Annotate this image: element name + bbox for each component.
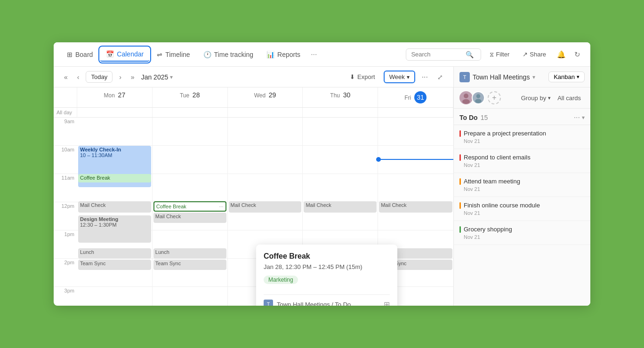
time-11am: 11am bbox=[54, 174, 77, 202]
time-9am: 9am bbox=[54, 118, 77, 146]
tab-board[interactable]: ⊞ Board bbox=[61, 48, 98, 61]
notifications-icon[interactable]: 🔔 bbox=[555, 48, 568, 61]
time-1pm: 1pm bbox=[54, 230, 77, 259]
workspace-dropdown-icon[interactable]: ▾ bbox=[532, 74, 535, 80]
timeline-icon: ⇌ bbox=[157, 51, 162, 58]
todo-text-5: Grocery shopping bbox=[464, 226, 512, 233]
week-button[interactable]: Week ▾ bbox=[384, 71, 415, 83]
filter-button[interactable]: ⧖ Filter bbox=[485, 48, 514, 61]
download-icon: ⬇ bbox=[350, 73, 355, 80]
workspace-icon: T bbox=[264, 300, 273, 306]
tab-reports[interactable]: 📊 Reports bbox=[261, 48, 306, 61]
popup-workspace: T Town Hall Meetings / To Do ⊞ bbox=[264, 300, 390, 306]
nav-double-forward[interactable]: » bbox=[128, 72, 137, 82]
day-header-tue: Tue 28 bbox=[153, 87, 228, 107]
event-design-meeting[interactable]: Design Meeting12:30 – 1:30PM bbox=[78, 215, 151, 243]
todo-item-title-4: Finish online course module bbox=[459, 202, 585, 209]
event-mail-check-wed[interactable]: Mail Check bbox=[229, 201, 302, 213]
main-content: « ‹ Today › » Jan 2025 ▾ ⬇ Export Week ▾ bbox=[54, 67, 590, 306]
nav-back[interactable]: ‹ bbox=[74, 72, 82, 82]
todo-text-2: Respond to client emails bbox=[464, 154, 531, 161]
expand-button[interactable]: ⤢ bbox=[435, 72, 446, 82]
event-lunch-tue[interactable]: Lunch bbox=[153, 248, 226, 259]
todo-item-title-3: Attend team meeting bbox=[459, 178, 585, 185]
right-sidebar: T Town Hall Meetings ▾ Kanban ▾ bbox=[454, 67, 590, 306]
search-input[interactable] bbox=[411, 51, 463, 58]
list-item[interactable]: Prepare a project presentation Nov 21 bbox=[454, 125, 590, 149]
today-button[interactable]: Today bbox=[86, 71, 113, 83]
week-dropdown-icon: ▾ bbox=[407, 74, 410, 80]
day-num-mon: 27 bbox=[118, 91, 126, 99]
month-dropdown-icon: ▾ bbox=[170, 74, 173, 80]
avatar-user1[interactable] bbox=[459, 91, 473, 104]
day-num-tue: 28 bbox=[193, 91, 200, 99]
refresh-icon[interactable]: ↻ bbox=[572, 48, 583, 61]
more-tabs-button[interactable]: ··· bbox=[308, 47, 320, 62]
tab-time-tracking[interactable]: 🕐 Time tracking bbox=[198, 48, 259, 61]
allday-label: All day bbox=[54, 108, 77, 117]
priority-bar-2 bbox=[459, 154, 461, 161]
list-item[interactable]: Finish online course module Nov 21 bbox=[454, 197, 590, 221]
day-header-fri: Fri 31 bbox=[378, 87, 453, 107]
nav-double-back[interactable]: « bbox=[61, 72, 71, 82]
user-avatar-img bbox=[459, 91, 473, 104]
todo-item-title-1: Prepare a project presentation bbox=[459, 130, 585, 137]
event-popup: Coffee Break Jan 28, 12:30 PM – 12:45 PM… bbox=[256, 245, 397, 306]
month-label[interactable]: Jan 2025 ▾ bbox=[141, 73, 173, 81]
todo-date-5: Nov 21 bbox=[459, 234, 585, 240]
event-mail-check-thu[interactable]: Mail Check bbox=[304, 201, 377, 213]
group-by-dropdown-icon: ▾ bbox=[548, 95, 551, 101]
popup-tag[interactable]: Marketing bbox=[264, 276, 298, 284]
popup-title: Coffee Break bbox=[264, 252, 390, 261]
todo-collapse-icon[interactable]: ▾ bbox=[582, 114, 585, 121]
cal-toolbar-right: ⬇ Export Week ▾ ··· ⤢ bbox=[345, 71, 446, 83]
todo-item-title-5: Grocery shopping bbox=[459, 226, 585, 233]
kanban-button[interactable]: Kanban ▾ bbox=[548, 71, 585, 82]
add-member-button[interactable]: + bbox=[488, 91, 501, 104]
time-2pm: 2pm bbox=[54, 259, 77, 287]
day-short-mon: Mon bbox=[104, 92, 115, 99]
svg-point-0 bbox=[464, 94, 468, 98]
filter-icon: ⧖ bbox=[490, 51, 494, 58]
popup-bookmark-icon[interactable]: ⊞ bbox=[384, 300, 390, 306]
group-by-label: Group by bbox=[521, 95, 546, 102]
week-label: Week bbox=[389, 73, 405, 80]
todo-count: 15 bbox=[481, 114, 488, 121]
export-label: Export bbox=[357, 73, 375, 80]
event-mail-check-mon[interactable]: Mail Check bbox=[78, 201, 151, 213]
tab-calendar-label: Calendar bbox=[117, 50, 144, 58]
all-cards-button[interactable]: All cards bbox=[554, 93, 585, 103]
event-team-sync-mon[interactable]: Team Sync bbox=[78, 260, 151, 270]
filter-label: Filter bbox=[496, 51, 509, 58]
share-button[interactable]: ↗ Share bbox=[518, 48, 551, 60]
day-num-fri: 31 bbox=[414, 91, 427, 103]
list-item[interactable]: Respond to client emails Nov 21 bbox=[454, 149, 590, 173]
search-box[interactable]: 🔍 bbox=[406, 48, 481, 61]
event-team-sync-tue[interactable]: Team Sync bbox=[153, 260, 226, 270]
calendar-more-button[interactable]: ··· bbox=[419, 71, 431, 83]
todo-text-1: Prepare a project presentation bbox=[464, 130, 546, 137]
nav-forward[interactable]: › bbox=[116, 72, 124, 82]
tab-calendar[interactable]: 📅 Calendar bbox=[100, 47, 149, 62]
time-grid: 9am 10am 11am 12pm 1pm 2pm 3pm 4pm Weekl… bbox=[54, 118, 453, 306]
svg-point-3 bbox=[475, 99, 482, 103]
event-coffee-break-tue[interactable]: Coffee Break··· bbox=[153, 201, 226, 212]
time-10am: 10am bbox=[54, 146, 77, 174]
todo-date-1: Nov 21 bbox=[459, 138, 585, 144]
search-icon: 🔍 bbox=[466, 51, 474, 58]
todo-text-3: Attend team meeting bbox=[464, 178, 520, 185]
avatar-user2[interactable] bbox=[472, 91, 485, 104]
event-coffee-break-mon[interactable]: Coffee Break bbox=[78, 174, 151, 182]
list-item[interactable]: Attend team meeting Nov 21 bbox=[454, 173, 590, 197]
list-item[interactable]: Grocery shopping Nov 21 bbox=[454, 221, 590, 245]
todo-more-button[interactable]: ··· bbox=[574, 113, 580, 122]
group-by-button[interactable]: Group by ▾ bbox=[521, 95, 551, 102]
tab-timeline[interactable]: ⇌ Timeline bbox=[151, 48, 195, 61]
allday-cell-thu bbox=[303, 108, 378, 117]
todo-date-4: Nov 21 bbox=[459, 210, 585, 216]
export-button[interactable]: ⬇ Export bbox=[345, 71, 380, 82]
event-mail-check-tue[interactable]: Mail Check bbox=[153, 213, 226, 223]
allday-row: All day bbox=[54, 108, 453, 118]
event-lunch-mon[interactable]: Lunch bbox=[78, 248, 151, 259]
event-mail-check-fri[interactable]: Mail Check bbox=[379, 201, 452, 213]
